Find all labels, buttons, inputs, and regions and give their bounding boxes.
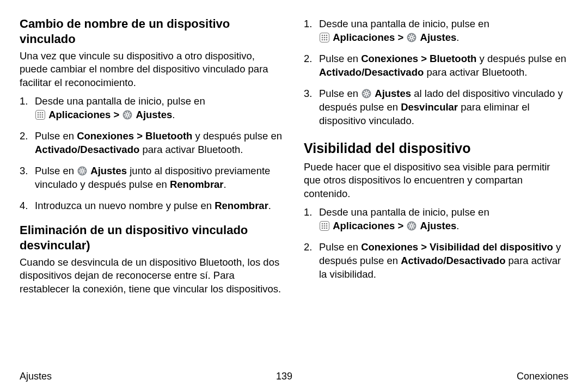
right-column: Desde una pantalla de inicio, pulse en A… bbox=[304, 16, 568, 365]
text: para activar Bluetooth. bbox=[424, 66, 527, 78]
text: y después pulse en bbox=[192, 130, 282, 142]
text: Desde una pantalla de inicio, pulse en bbox=[35, 95, 205, 107]
left-column: Cambio de nombre de un dispositivo vincu… bbox=[20, 16, 284, 365]
settings-label: Ajustes bbox=[90, 165, 127, 176]
text: Pulse en bbox=[35, 165, 77, 176]
chevron: > bbox=[395, 220, 406, 231]
text: y después pulse en bbox=[476, 53, 566, 64]
gear-icon bbox=[77, 166, 87, 176]
text: . bbox=[172, 109, 175, 120]
text-bold: Activado/Desactivado bbox=[401, 255, 505, 266]
gear-icon bbox=[407, 221, 416, 231]
text-bold: Conexiones > Bluetooth bbox=[361, 53, 476, 64]
apps-label: Aplicaciones bbox=[48, 109, 111, 120]
apps-icon bbox=[320, 221, 329, 231]
heading-rename-device: Cambio de nombre de un dispositivo vincu… bbox=[20, 16, 284, 46]
text-bold: Activado/Desactivado bbox=[35, 144, 139, 155]
steps-remove: Desde una pantalla de inicio, pulse en A… bbox=[304, 17, 568, 128]
page-footer: Ajustes 139 Conexiones bbox=[20, 365, 568, 382]
page-body: Cambio de nombre de un dispositivo vincu… bbox=[20, 16, 568, 365]
text: . bbox=[456, 32, 459, 43]
footer-page: 139 bbox=[276, 371, 292, 382]
chevron: > bbox=[395, 32, 406, 43]
text-bold: Conexiones > Bluetooth bbox=[77, 130, 192, 142]
text: Pulse en bbox=[319, 53, 361, 64]
text-bold: Desvincular bbox=[401, 101, 458, 113]
step: Introduzca un nuevo nombre y pulse en Re… bbox=[20, 199, 284, 213]
text-bold: Renombrar bbox=[215, 200, 268, 211]
text: Desde una pantalla de inicio, pulse en bbox=[319, 18, 489, 29]
paragraph: Una vez que vincule su dispositivo a otr… bbox=[20, 50, 284, 89]
text-bold: Renombrar bbox=[170, 179, 224, 190]
paragraph: Puede hacer que el dispositivo sea visib… bbox=[304, 161, 568, 200]
paragraph: Cuando se desvincula de un dispositivo B… bbox=[20, 256, 284, 296]
text: . bbox=[268, 200, 271, 211]
heading-remove-device: Eliminación de un dispositivo vinculado … bbox=[20, 223, 284, 253]
apps-label: Aplicaciones bbox=[333, 32, 395, 43]
text: Pulse en bbox=[35, 130, 77, 142]
footer-left: Ajustes bbox=[20, 371, 52, 382]
step: Pulse en Ajustes al lado del dispositivo… bbox=[304, 87, 568, 128]
text-bold: Conexiones > Visibilidad del dispositivo bbox=[361, 241, 553, 253]
step: Desde una pantalla de inicio, pulse en A… bbox=[304, 206, 568, 233]
chevron: > bbox=[111, 109, 122, 120]
steps-rename: Desde una pantalla de inicio, pulse en A… bbox=[20, 95, 284, 213]
settings-label: Ajustes bbox=[420, 32, 457, 43]
text: . bbox=[456, 220, 459, 231]
step: Desde una pantalla de inicio, pulse en A… bbox=[304, 17, 568, 45]
text-bold: Activado/Desactivado bbox=[319, 66, 424, 78]
gear-icon bbox=[122, 110, 132, 120]
gear-icon bbox=[362, 89, 371, 99]
steps-visibility: Desde una pantalla de inicio, pulse en A… bbox=[304, 206, 568, 281]
step: Pulse en Conexiones > Visibilidad del di… bbox=[304, 241, 568, 281]
heading-visibility: Visibilidad del dispositivo bbox=[304, 140, 568, 156]
apps-icon bbox=[35, 110, 45, 120]
apps-icon bbox=[320, 33, 329, 42]
text: Desde una pantalla de inicio, pulse en bbox=[319, 206, 489, 218]
settings-label: Ajustes bbox=[420, 220, 457, 231]
step: Pulse en Ajustes junto al dispositivo pr… bbox=[20, 164, 284, 192]
step: Pulse en Conexiones > Bluetooth y despué… bbox=[20, 130, 284, 157]
step: Desde una pantalla de inicio, pulse en A… bbox=[20, 95, 284, 122]
step: Pulse en Conexiones > Bluetooth y despué… bbox=[304, 52, 568, 79]
footer-right: Conexiones bbox=[517, 371, 568, 382]
gear-icon bbox=[407, 33, 416, 42]
text: Pulse en bbox=[319, 88, 361, 99]
text: para activar Bluetooth. bbox=[139, 144, 243, 155]
text: Pulse en bbox=[319, 241, 361, 253]
settings-label: Ajustes bbox=[136, 109, 173, 120]
text: . bbox=[224, 179, 226, 190]
settings-label: Ajustes bbox=[375, 88, 411, 99]
apps-label: Aplicaciones bbox=[333, 220, 395, 231]
text: Introduzca un nuevo nombre y pulse en bbox=[35, 200, 215, 211]
